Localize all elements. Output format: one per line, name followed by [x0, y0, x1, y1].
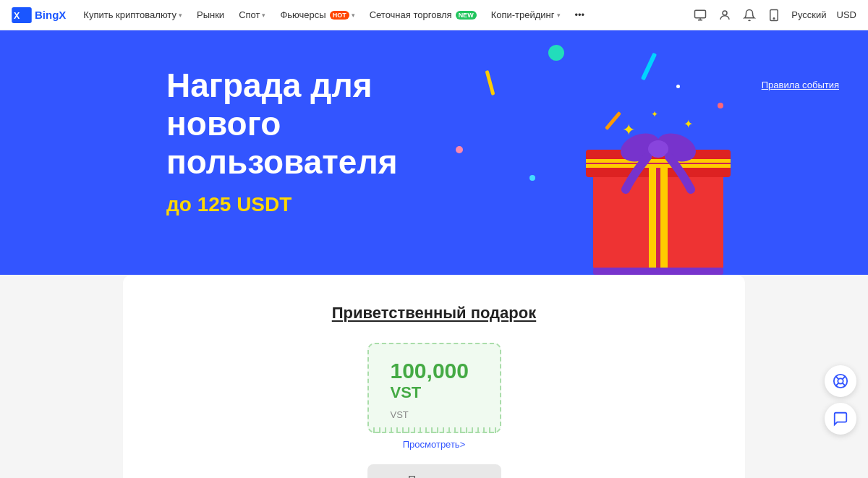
svg-line-25	[843, 377, 846, 380]
svg-line-26	[836, 383, 839, 386]
currency-selector[interactable]: USD	[837, 9, 856, 20]
svg-rect-13	[586, 164, 731, 168]
svg-point-22	[838, 378, 843, 383]
voucher-wrapper: 100,000 VST VST	[152, 343, 716, 433]
chevron-down-icon: ▾	[179, 12, 182, 19]
bell-icon[interactable]	[742, 8, 757, 22]
hot-badge: HOT	[330, 11, 349, 20]
svg-point-3	[723, 11, 727, 15]
logo-text: BingX	[35, 9, 66, 21]
user-icon[interactable]	[718, 8, 732, 22]
nav-right: Русский USD	[693, 8, 856, 22]
svg-rect-11	[660, 168, 668, 269]
chevron-down-icon: ▾	[557, 12, 561, 19]
language-selector[interactable]: Русский	[791, 9, 826, 20]
nav-item-futures[interactable]: Фьючерсы HOT ▾	[274, 0, 360, 30]
svg-rect-2	[695, 10, 706, 18]
hero-title: Награда для нового пользователя	[166, 67, 485, 182]
svg-line-24	[843, 383, 846, 386]
svg-text:✦: ✦	[622, 121, 635, 139]
hero-subtitle: до 125 USDT	[166, 193, 868, 216]
voucher-unit-small: VST	[391, 409, 478, 420]
phone-icon[interactable]	[767, 8, 781, 22]
nav-item-grid-trading[interactable]: Сеточная торговля NEW	[364, 0, 482, 30]
svg-rect-10	[649, 168, 656, 269]
theme-icon[interactable]	[693, 8, 707, 22]
rules-link[interactable]: Правила события	[762, 80, 839, 90]
svg-text:✦: ✦	[651, 109, 658, 119]
svg-rect-14	[593, 268, 723, 275]
nav-item-buy-crypto[interactable]: Купить криптовалюту ▾	[77, 0, 188, 30]
gift-box-illustration: ✦ ✦ ✦	[579, 88, 738, 276]
view-link[interactable]: Просмотреть>	[152, 439, 716, 450]
nav-item-more[interactable]: •••	[569, 0, 591, 30]
nav-item-spot[interactable]: Спот ▾	[233, 0, 271, 30]
chat-icon[interactable]	[825, 403, 856, 435]
svg-point-5	[774, 17, 775, 19]
new-badge: NEW	[456, 11, 477, 20]
nav-item-markets[interactable]: Рынки	[191, 0, 230, 30]
support-icon[interactable]	[825, 365, 856, 397]
chevron-down-icon: ▾	[262, 12, 265, 19]
chevron-down-icon: ▾	[352, 12, 355, 19]
svg-text:X: X	[14, 10, 20, 20]
received-button: Получено	[367, 464, 501, 478]
voucher: 100,000 VST VST	[367, 343, 501, 433]
card-title: Приветственный подарок	[152, 304, 716, 323]
welcome-gift-card: Приветственный подарок 100,000 VST VST П…	[123, 275, 745, 478]
voucher-amount: 100,000	[391, 360, 478, 382]
svg-text:✦: ✦	[684, 118, 693, 130]
svg-line-23	[836, 377, 839, 380]
float-icons	[825, 365, 856, 435]
hero-section: Награда для нового пользователя до 125 U…	[0, 30, 868, 276]
voucher-unit-big: VST	[391, 383, 478, 402]
navbar: X BingX Купить криптовалюту ▾ Рынки Спот…	[0, 0, 868, 30]
nav-item-copy-trading[interactable]: Копи-трейдинг ▾	[485, 0, 566, 30]
svg-rect-12	[586, 159, 731, 163]
logo[interactable]: X BingX	[12, 7, 66, 23]
